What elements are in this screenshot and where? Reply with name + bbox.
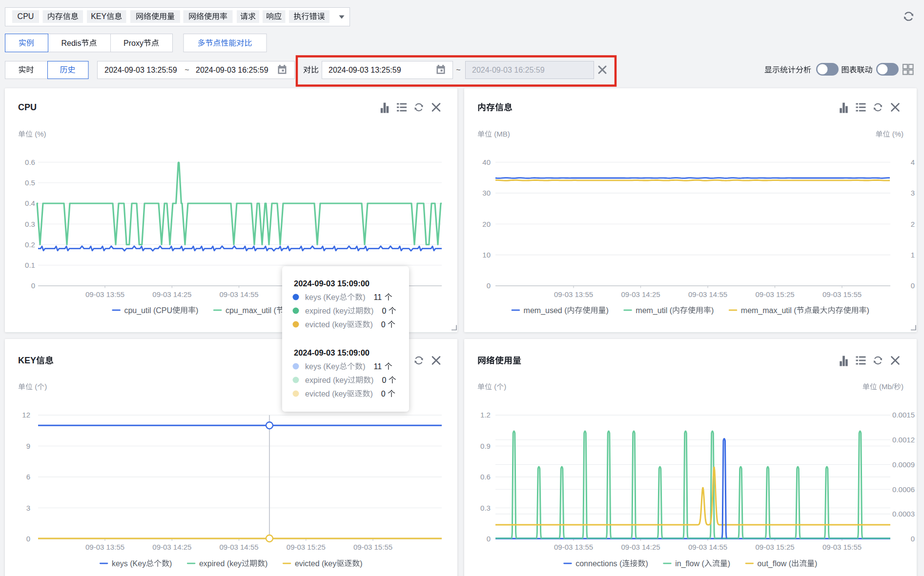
svg-text:0: 0 — [487, 281, 491, 290]
svg-text:(: ( — [492, 382, 496, 391]
svg-text:09-03 15:55: 09-03 15:55 — [353, 543, 392, 551]
svg-text:09-03 14:55: 09-03 14:55 — [220, 290, 259, 298]
svg-text:expired (key: expired (key — [305, 307, 348, 315]
svg-text:0: 0 — [381, 320, 388, 329]
svg-text:6: 6 — [26, 473, 30, 481]
svg-text:0: 0 — [382, 376, 389, 384]
svg-text:(%): (%) — [890, 130, 904, 138]
svg-text:KEY: KEY — [18, 356, 36, 365]
svg-text:2024-09-03 15:09:00: 2024-09-03 15:09:00 — [294, 279, 370, 288]
svg-text:0.0015: 0.0015 — [892, 411, 915, 419]
svg-text:(%): (%) — [33, 130, 46, 138]
svg-text:0.3: 0.3 — [25, 220, 35, 228]
svg-text:0: 0 — [381, 390, 388, 398]
svg-text:keys (Key: keys (Key — [305, 362, 339, 371]
svg-text:09-03 14:25: 09-03 14:25 — [621, 543, 660, 551]
svg-text:0.0012: 0.0012 — [892, 436, 915, 444]
svg-text:CPU: CPU — [18, 12, 34, 20]
svg-text:09-03 15:25: 09-03 15:25 — [287, 543, 326, 551]
svg-text:09-03 13:55: 09-03 13:55 — [554, 543, 593, 551]
svg-text:1.2: 1.2 — [480, 411, 491, 419]
svg-text:0.2: 0.2 — [25, 240, 35, 249]
svg-text:): ) — [196, 306, 198, 315]
svg-text:09-03 15:55: 09-03 15:55 — [822, 543, 862, 551]
svg-text:(MB): (MB) — [492, 130, 510, 138]
svg-text:2024-09-03 13:25:59: 2024-09-03 13:25:59 — [329, 66, 401, 74]
svg-text:keys (Key: keys (Key — [305, 293, 339, 301]
svg-text:09-03 13:55: 09-03 13:55 — [85, 290, 124, 298]
svg-text:): ) — [169, 559, 172, 568]
svg-text:09-03 15:25: 09-03 15:25 — [756, 290, 795, 298]
svg-text:20: 20 — [482, 220, 491, 228]
svg-text:KEY: KEY — [91, 12, 106, 20]
svg-text:cpu_max_util (: cpu_max_util ( — [226, 306, 277, 315]
svg-text:0.9: 0.9 — [480, 442, 491, 450]
svg-text:11: 11 — [374, 362, 384, 371]
svg-text:out_flow (: out_flow ( — [758, 559, 792, 568]
svg-text:): ) — [901, 382, 903, 391]
svg-text:expired (key: expired (key — [199, 559, 242, 568]
svg-text:): ) — [363, 362, 365, 371]
svg-text:): ) — [360, 559, 362, 568]
svg-text:keys (Key: keys (Key — [112, 559, 146, 568]
svg-text:2024-09-03 15:09:00: 2024-09-03 15:09:00 — [294, 348, 370, 357]
svg-text:0.6: 0.6 — [25, 158, 35, 166]
svg-text:09-03 14:55: 09-03 14:55 — [688, 290, 727, 298]
svg-text:mem_util (: mem_util ( — [636, 306, 672, 315]
svg-text:30: 30 — [482, 189, 491, 197]
svg-text:09-03 15:55: 09-03 15:55 — [822, 290, 862, 298]
svg-text:(: ( — [33, 382, 37, 391]
svg-text:Redis: Redis — [62, 39, 82, 47]
svg-text:09-03 13:55: 09-03 13:55 — [85, 543, 124, 551]
svg-text:Proxy: Proxy — [123, 39, 144, 47]
svg-text:0.6: 0.6 — [480, 473, 491, 481]
svg-text:): ) — [728, 559, 730, 568]
svg-text:12: 12 — [22, 411, 30, 419]
svg-text:0.0009: 0.0009 — [892, 460, 915, 469]
svg-text:evicted (key: evicted (key — [305, 390, 347, 398]
svg-text:): ) — [815, 559, 817, 568]
svg-text:0.5: 0.5 — [25, 179, 35, 187]
svg-text:09-03 15:25: 09-03 15:25 — [756, 543, 795, 551]
svg-text:~: ~ — [185, 66, 189, 74]
svg-text:expired (key: expired (key — [305, 376, 348, 384]
svg-text:09-03 14:55: 09-03 14:55 — [688, 543, 727, 551]
svg-text:): ) — [371, 376, 373, 384]
svg-text:09-03 14:25: 09-03 14:25 — [152, 543, 191, 551]
svg-text:in_flow (: in_flow ( — [675, 559, 704, 568]
svg-text:0.1: 0.1 — [25, 261, 35, 269]
svg-text:): ) — [370, 320, 372, 329]
svg-text:40: 40 — [482, 158, 491, 166]
svg-text:0: 0 — [487, 535, 491, 543]
svg-text:09-03 13:55: 09-03 13:55 — [554, 290, 593, 298]
svg-text:2: 2 — [911, 220, 915, 228]
svg-text:evicted (key: evicted (key — [305, 320, 347, 329]
svg-text:0.3: 0.3 — [480, 504, 491, 512]
svg-text:0: 0 — [26, 535, 30, 543]
svg-text:): ) — [370, 390, 372, 398]
svg-text:10: 10 — [482, 251, 491, 259]
svg-text:): ) — [44, 382, 47, 391]
svg-text:): ) — [645, 559, 648, 568]
svg-text:cpu_util (CPU: cpu_util (CPU — [124, 306, 172, 315]
svg-text:09-03 14:25: 09-03 14:25 — [152, 290, 191, 298]
svg-text:~: ~ — [456, 66, 460, 74]
svg-text:): ) — [371, 307, 373, 315]
svg-text:): ) — [363, 293, 365, 301]
svg-text:0.0003: 0.0003 — [892, 510, 915, 518]
svg-text:1: 1 — [911, 251, 915, 259]
svg-text:0: 0 — [31, 281, 35, 290]
svg-text:0: 0 — [911, 535, 915, 543]
svg-text:): ) — [867, 306, 869, 315]
svg-text:2024-09-03 16:25:59: 2024-09-03 16:25:59 — [196, 66, 268, 74]
svg-text:(Mb/: (Mb/ — [877, 382, 894, 391]
svg-text:): ) — [606, 306, 609, 315]
svg-text:0: 0 — [911, 281, 915, 290]
svg-text:0.4: 0.4 — [25, 199, 35, 207]
svg-text:mem_max_util (: mem_max_util ( — [741, 306, 797, 315]
svg-text:): ) — [711, 306, 714, 315]
svg-text:CPU: CPU — [18, 102, 37, 112]
svg-text:connections (: connections ( — [575, 559, 622, 568]
svg-text:0: 0 — [382, 307, 389, 315]
svg-text:09-03 14:55: 09-03 14:55 — [220, 543, 259, 551]
